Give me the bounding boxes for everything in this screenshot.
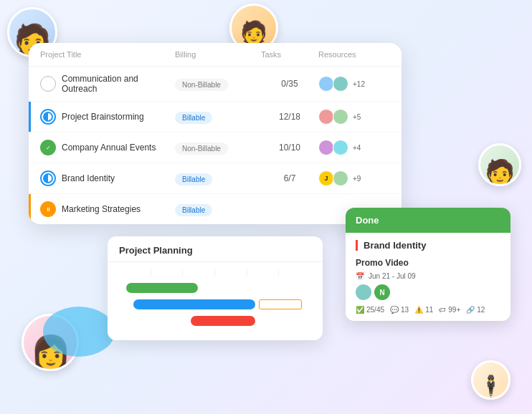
project-name: Communication and Outreach [62,74,175,94]
billing-badge: Non-Billable [175,143,228,155]
check-icon: ✅ [356,306,364,314]
project-table-card: Project Title Billing Tasks Resources Co… [29,43,402,224]
resource-avatar: J [318,170,334,186]
done-brand-identity: Brand Identity [356,240,500,251]
gantt-bar-orange [259,299,302,309]
project-name: Marketing Strategies [62,204,141,214]
gantt-bar-red [191,316,255,326]
billing-cell: Non-Billable [175,141,261,155]
resources-cell: +12 [318,76,390,92]
project-icon-empty [40,76,56,92]
count1-value: 99+ [448,306,460,314]
resource-avatar [333,109,348,125]
date-range: Jun 21 - Jul 09 [369,272,416,280]
project-name: Company Annual Events [62,143,156,153]
decorative-blob [43,307,115,357]
project-name: Project Brainstorming [62,112,144,122]
project-name-cell: ⏸ Marketing Strategies [40,201,175,217]
billing-badge: Non-Billable [175,79,228,91]
tasks-stat: ✅ 25/45 [356,306,384,314]
warning-icon: ⚠️ [414,306,423,314]
count2-value: 12 [477,306,485,314]
project-icon-pause: ⏸ [40,201,56,217]
gantt-body [108,262,323,340]
billing-badge: Billable [175,112,212,124]
resources-cell: +4 [318,140,390,155]
resource-avatar [333,140,348,155]
done-header: Done [346,208,510,233]
table-row[interactable]: ✓ Company Annual Events Non-Billable 10/… [29,133,402,163]
project-icon-check: ✓ [40,140,56,155]
tasks-cell: 10/10 [261,143,318,153]
link-icon: 🔗 [466,306,475,314]
project-icon-half [40,170,56,186]
billing-cell: Billable [175,203,261,216]
resource-count: +5 [353,113,361,121]
resource-avatar [318,76,334,92]
gantt-bars [119,279,311,333]
assignee-avatar [356,284,371,300]
project-icon-half [40,109,56,125]
tasks-cell: 12/18 [261,112,318,122]
gantt-card: Project Planning [108,236,323,340]
table-header: Project Title Billing Tasks Resources [29,43,402,67]
project-name-cell: Brand Identity [40,170,175,186]
col-header-tasks: Tasks [261,50,318,59]
tag-icon: 🏷 [439,306,446,314]
warnings-stat: ⚠️ 11 [414,306,433,314]
count2-stat: 🔗 12 [466,306,485,314]
tasks-count: 25/45 [366,306,384,314]
billing-badge: Billable [175,173,212,186]
table-row[interactable]: Brand Identity Billable 6/7 J +9 [29,163,402,194]
warnings-count: 11 [425,306,433,314]
billing-cell: Billable [175,110,261,124]
resource-avatar [333,76,348,92]
done-body: Brand Identity Promo Video 📅 Jun 21 - Ju… [346,233,510,321]
table-row[interactable]: Communication and Outreach Non-Billable … [29,67,402,102]
project-name: Brand Identity [62,173,115,183]
resources-cell: +5 [318,109,390,125]
gantt-bar-green [126,283,198,293]
calendar-icon: 📅 [356,272,364,280]
project-name-cell: Project Brainstorming [40,109,175,125]
table-row[interactable]: Project Brainstorming Billable 12/18 +5 [29,102,402,133]
avatar-right-mid: 🧑 [478,143,521,186]
comment-icon: 💬 [390,306,399,314]
resource-avatar [318,109,334,125]
done-date: 📅 Jun 21 - Jul 09 [356,272,500,280]
done-card: Done Brand Identity Promo Video 📅 Jun 21… [346,208,510,321]
resources-cell: J +9 [318,170,390,186]
resource-count: +9 [353,175,361,183]
billing-cell: Billable [175,172,261,186]
resource-count: +4 [353,144,361,152]
tasks-cell: 0/35 [261,79,318,89]
resource-avatar [318,140,334,155]
comments-count: 13 [401,306,409,314]
count1-stat: 🏷 99+ [439,306,460,314]
col-header-project: Project Title [40,50,175,59]
avatar-bottom-right: 🕴 [471,360,510,400]
resource-avatar [333,170,348,186]
project-name-cell: Communication and Outreach [40,74,175,94]
billing-badge: Billable [175,204,212,216]
col-header-billing: Billing [175,50,261,59]
col-header-resources: Resources [318,50,390,59]
gantt-title: Project Planning [108,236,323,262]
assignee-avatar: N [374,284,390,300]
done-assignees: N [356,284,500,300]
project-name-cell: ✓ Company Annual Events [40,140,175,155]
gantt-bar-blue [133,299,255,309]
done-promo-video: Promo Video [356,258,500,268]
billing-cell: Non-Billable [175,77,261,91]
comments-stat: 💬 13 [390,306,409,314]
done-stats: ✅ 25/45 💬 13 ⚠️ 11 🏷 99+ 🔗 12 [356,306,500,314]
tasks-cell: 6/7 [261,173,318,183]
resource-count: +12 [353,80,365,88]
